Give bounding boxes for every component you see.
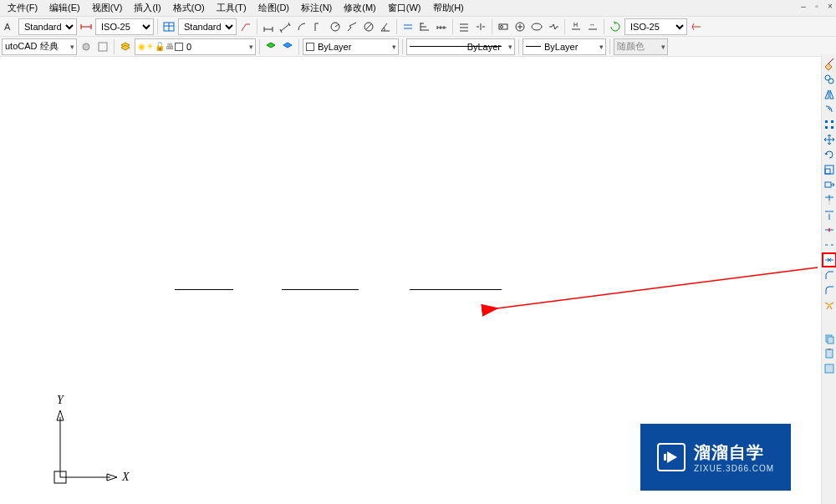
color-swatch: [306, 43, 314, 51]
workspace-settings-icon[interactable]: [79, 39, 94, 54]
drawing-canvas[interactable]: Y X 溜溜自学 ZIX: [0, 57, 836, 504]
dim-aligned-icon[interactable]: [278, 19, 293, 34]
dim-quick-icon[interactable]: [400, 19, 415, 34]
svg-rect-28: [825, 165, 833, 174]
table-style-select[interactable]: Standard: [178, 18, 237, 35]
match-prop-icon[interactable]: [823, 362, 836, 375]
svg-rect-11: [99, 43, 107, 51]
restore-icon[interactable]: ▫: [813, 2, 821, 10]
layer-prev-icon[interactable]: [263, 39, 278, 54]
dim-baseline-icon[interactable]: [417, 19, 432, 34]
menu-edit[interactable]: 编辑(E): [43, 0, 86, 16]
dim-style2-select[interactable]: ISO-25: [624, 18, 687, 35]
close-icon[interactable]: ×: [826, 2, 834, 10]
trim-icon[interactable]: [823, 193, 836, 206]
dim-tedit-icon[interactable]: ↔: [585, 19, 600, 34]
dim-ordinate-icon[interactable]: [311, 19, 326, 34]
mirror-icon[interactable]: [823, 88, 836, 101]
color-select[interactable]: ByLayer ▾: [303, 38, 399, 55]
explode-icon[interactable]: [823, 298, 836, 312]
plotstyle-select[interactable]: 随颜色 ▾: [614, 38, 668, 55]
drawn-line-1: [175, 289, 233, 290]
menu-window[interactable]: 窗口(W): [382, 0, 427, 16]
dim-diameter-icon[interactable]: [361, 19, 376, 34]
menu-view[interactable]: 视图(V): [86, 0, 129, 16]
lineweight-name-label: ByLayer: [544, 42, 578, 52]
modify-toolbar: [821, 54, 836, 504]
dim-angular-icon[interactable]: [378, 19, 393, 34]
dim-continue-icon[interactable]: [434, 19, 449, 34]
menu-file[interactable]: 文件(F): [2, 0, 43, 16]
svg-rect-30: [828, 228, 830, 232]
tolerance-icon[interactable]: [496, 19, 511, 34]
layer-status-icons: ◉ ☀ 🔓 🖶: [138, 42, 186, 51]
dim-edit-icon[interactable]: H: [568, 19, 584, 34]
dim-style-manager-icon[interactable]: [689, 19, 704, 34]
center-mark-icon[interactable]: [512, 19, 528, 34]
copy-icon[interactable]: [823, 73, 836, 86]
dim-radius-icon[interactable]: [328, 19, 343, 34]
layer-select[interactable]: ◉ ☀ 🔓 🖶 0 ▾: [135, 38, 256, 55]
dim-jogged-icon[interactable]: [344, 19, 359, 34]
menu-tools[interactable]: 工具(T): [211, 0, 252, 16]
offset-icon[interactable]: [823, 103, 836, 116]
workspace-select[interactable]: utoCAD 经典▾: [2, 38, 77, 55]
mleader-style-icon[interactable]: [238, 19, 253, 34]
rotate-icon[interactable]: [823, 148, 836, 161]
svg-rect-26: [831, 126, 833, 129]
window-controls: – ▫ ×: [799, 2, 834, 10]
menu-format[interactable]: 格式(O): [167, 0, 211, 16]
svg-point-5: [501, 25, 503, 28]
ucs-icon: Y X: [50, 394, 134, 487]
scale-icon[interactable]: [823, 163, 836, 176]
break-at-icon[interactable]: [823, 223, 836, 237]
watermark-url: ZIXUE.3D66.COM: [694, 464, 774, 473]
play-icon: [657, 443, 686, 471]
paste-clip-icon[interactable]: [823, 347, 836, 360]
break-icon[interactable]: [823, 238, 836, 252]
ucs-x-label: X: [121, 471, 130, 483]
svg-point-10: [83, 43, 89, 50]
text-style-select[interactable]: Standard: [18, 18, 77, 35]
array-icon[interactable]: [823, 118, 836, 131]
linetype-select[interactable]: ByLayer ▾: [406, 38, 515, 55]
jog-line-icon[interactable]: [546, 19, 561, 34]
copy-clip-icon[interactable]: [823, 332, 836, 345]
svg-rect-27: [825, 169, 830, 174]
layer-name-label: 0: [186, 42, 191, 52]
svg-rect-20: [664, 454, 666, 461]
plot-icon: 🖶: [166, 42, 174, 51]
dim-style-select[interactable]: ISO-25: [95, 18, 154, 35]
svg-rect-29: [825, 182, 831, 187]
text-style-icon[interactable]: A: [2, 19, 17, 34]
join-icon[interactable]: [823, 253, 836, 267]
color-name-label: ByLayer: [318, 42, 351, 52]
table-style-icon[interactable]: [161, 19, 176, 34]
erase-icon[interactable]: [823, 58, 836, 71]
dim-update-icon[interactable]: [608, 19, 623, 34]
menu-insert[interactable]: 插入(I): [128, 0, 166, 16]
layer-states-icon[interactable]: [280, 39, 295, 54]
menu-dimension[interactable]: 标注(N): [295, 0, 338, 16]
dim-space-icon[interactable]: [456, 19, 472, 34]
dim-linear-icon[interactable]: [261, 19, 276, 34]
menu-draw[interactable]: 绘图(D): [252, 0, 295, 16]
menu-modify[interactable]: 修改(M): [338, 0, 382, 16]
lineweight-select[interactable]: ByLayer ▾: [522, 38, 606, 55]
menu-help[interactable]: 帮助(H): [427, 0, 470, 16]
linetype-name-label: ByLayer: [467, 42, 501, 52]
drawn-line-3: [410, 289, 502, 290]
ws-dropdown-icon[interactable]: [95, 39, 110, 54]
dim-break-icon[interactable]: [473, 19, 488, 34]
svg-rect-25: [825, 126, 828, 129]
move-icon[interactable]: [823, 133, 836, 146]
fillet-icon[interactable]: [823, 283, 836, 297]
stretch-icon[interactable]: [823, 178, 836, 191]
dim-style-icon[interactable]: [79, 19, 94, 34]
inspect-icon[interactable]: [529, 19, 544, 34]
extend-icon[interactable]: [823, 208, 836, 221]
minimize-icon[interactable]: –: [799, 2, 808, 10]
chamfer-icon[interactable]: [823, 268, 836, 282]
dim-arc-icon[interactable]: [294, 19, 309, 34]
layer-manager-icon[interactable]: [118, 39, 133, 54]
